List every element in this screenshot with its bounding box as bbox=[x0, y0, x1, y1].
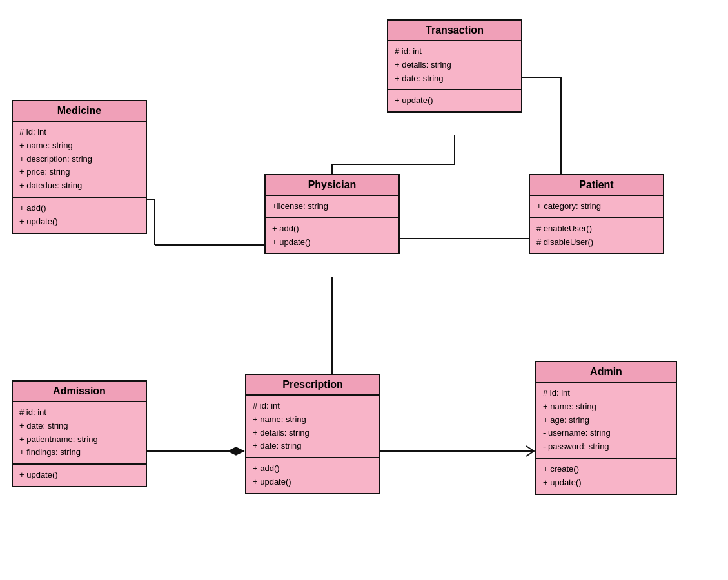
medicine-attr-5: + datedue: string bbox=[19, 179, 139, 193]
admission-attr-2: + date: string bbox=[19, 420, 139, 433]
prescription-method-2: + update() bbox=[253, 476, 373, 489]
medicine-attr-4: + price: string bbox=[19, 166, 139, 179]
prescription-class: Prescription # id: int + name: string + … bbox=[245, 374, 380, 494]
patient-method-2: # disableUser() bbox=[536, 236, 656, 249]
diagram-container: Medicine # id: int + name: string + desc… bbox=[0, 0, 728, 580]
admin-attr-5: - password: string bbox=[543, 440, 669, 454]
admin-attr-1: # id: int bbox=[543, 387, 669, 400]
medicine-methods: + add() + update() bbox=[13, 198, 146, 233]
prescription-attr-1: # id: int bbox=[253, 400, 373, 413]
admin-method-2: + update() bbox=[543, 476, 669, 490]
medicine-attributes: # id: int + name: string + description: … bbox=[13, 122, 146, 198]
patient-method-1: # enableUser() bbox=[536, 222, 656, 236]
admission-attr-3: + patientname: string bbox=[19, 433, 139, 447]
admin-title: Admin bbox=[536, 362, 676, 383]
admin-method-1: + create() bbox=[543, 463, 669, 476]
patient-attr-1: + category: string bbox=[536, 200, 656, 213]
prescription-attr-2: + name: string bbox=[253, 413, 373, 427]
transaction-attr-1: # id: int bbox=[395, 45, 515, 59]
medicine-attr-2: + name: string bbox=[19, 139, 139, 153]
patient-title: Patient bbox=[530, 175, 663, 196]
admin-methods: + create() + update() bbox=[536, 459, 676, 494]
admin-attr-2: + name: string bbox=[543, 400, 669, 414]
admin-attr-3: + age: string bbox=[543, 414, 669, 427]
admission-attr-1: # id: int bbox=[19, 406, 139, 420]
physician-methods: + add() + update() bbox=[266, 218, 398, 253]
prescription-attr-4: + date: string bbox=[253, 440, 373, 453]
admin-attributes: # id: int + name: string + age: string -… bbox=[536, 383, 676, 459]
patient-class: Patient + category: string # enableUser(… bbox=[529, 174, 664, 254]
medicine-class: Medicine # id: int + name: string + desc… bbox=[12, 100, 147, 234]
prescription-attr-3: + details: string bbox=[253, 427, 373, 440]
physician-class: Physician +license: string + add() + upd… bbox=[264, 174, 400, 254]
admission-method-1: + update() bbox=[19, 469, 139, 482]
prescription-methods: + add() + update() bbox=[246, 458, 379, 493]
transaction-class: Transaction # id: int + details: string … bbox=[387, 19, 522, 113]
admission-attr-4: + findings: string bbox=[19, 446, 139, 459]
medicine-method-1: + add() bbox=[19, 202, 139, 215]
admission-class: Admission # id: int + date: string + pat… bbox=[12, 380, 147, 487]
medicine-attr-3: + description: string bbox=[19, 153, 139, 166]
admission-title: Admission bbox=[13, 382, 146, 402]
medicine-method-2: + update() bbox=[19, 215, 139, 229]
transaction-attr-3: + date: string bbox=[395, 72, 515, 86]
transaction-attributes: # id: int + details: string + date: stri… bbox=[388, 41, 521, 90]
transaction-method-1: + update() bbox=[395, 94, 515, 108]
admission-attributes: # id: int + date: string + patientname: … bbox=[13, 402, 146, 465]
admission-methods: + update() bbox=[13, 465, 146, 486]
transaction-title: Transaction bbox=[388, 21, 521, 41]
physician-method-2: + update() bbox=[272, 236, 392, 249]
medicine-title: Medicine bbox=[13, 101, 146, 122]
svg-marker-11 bbox=[228, 447, 244, 455]
prescription-method-1: + add() bbox=[253, 462, 373, 476]
admin-class: Admin # id: int + name: string + age: st… bbox=[535, 361, 677, 495]
prescription-title: Prescription bbox=[246, 375, 379, 396]
prescription-attributes: # id: int + name: string + details: stri… bbox=[246, 396, 379, 458]
physician-method-1: + add() bbox=[272, 222, 392, 236]
admin-attr-4: - username: string bbox=[543, 427, 669, 440]
transaction-attr-2: + details: string bbox=[395, 59, 515, 72]
transaction-methods: + update() bbox=[388, 90, 521, 111]
patient-attributes: + category: string bbox=[530, 196, 663, 218]
physician-title: Physician bbox=[266, 175, 398, 196]
physician-attr-1: +license: string bbox=[272, 200, 392, 213]
patient-methods: # enableUser() # disableUser() bbox=[530, 218, 663, 253]
medicine-attr-1: # id: int bbox=[19, 126, 139, 139]
physician-attributes: +license: string bbox=[266, 196, 398, 218]
